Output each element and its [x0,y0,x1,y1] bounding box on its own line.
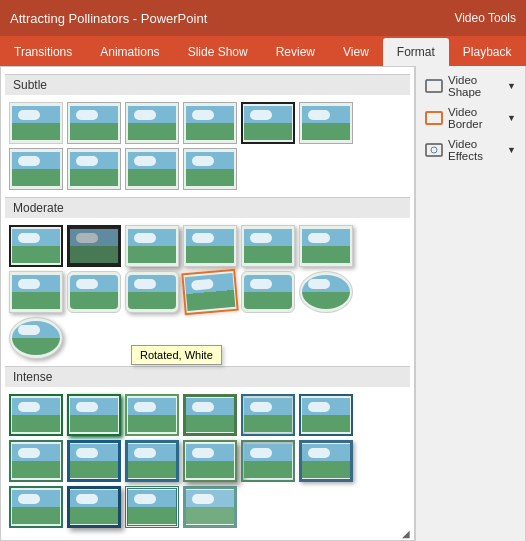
style-item[interactable] [9,394,63,436]
video-shape-dropdown[interactable]: ▼ [507,81,516,91]
tools-panel: Video Shape ▼ Video Border ▼ Video Effec… [415,66,526,541]
style-item[interactable] [241,271,295,313]
video-shape-icon [425,77,443,95]
style-item-selected[interactable] [241,102,295,144]
video-border-label: Video Border [448,106,502,130]
style-item[interactable] [125,102,179,144]
window-title: Attracting Pollinators - PowerPoint [10,11,454,26]
style-item[interactable] [9,225,63,267]
tab-review[interactable]: Review [262,38,329,66]
style-item[interactable] [9,148,63,190]
video-border-button[interactable]: Video Border ▼ [422,102,519,134]
style-item[interactable] [9,271,63,313]
section-subtle: Subtle [5,74,410,95]
video-effects-dropdown[interactable]: ▼ [507,145,516,155]
style-item[interactable] [125,225,179,267]
style-item[interactable] [67,440,121,482]
svg-rect-1 [426,112,442,124]
style-item[interactable] [241,225,295,267]
ribbon-tabs: Transitions Animations Slide Show Review… [0,36,526,66]
style-item[interactable] [9,486,63,528]
video-shape-label: Video Shape [448,74,502,98]
style-item[interactable] [299,271,353,313]
style-item[interactable] [299,440,353,482]
style-item[interactable] [9,102,63,144]
style-item[interactable] [299,225,353,267]
style-item[interactable] [183,394,237,436]
style-item[interactable] [241,440,295,482]
style-item[interactable] [183,102,237,144]
tab-animations[interactable]: Animations [86,38,173,66]
style-item-hovered[interactable] [181,269,238,316]
tab-slideshow[interactable]: Slide Show [174,38,262,66]
tab-format[interactable]: Format [383,38,449,66]
svg-rect-2 [426,144,442,156]
style-item[interactable] [183,440,237,482]
subtle-grid [5,98,410,194]
contextual-tab-label: Video Tools [454,11,516,25]
style-item[interactable] [125,148,179,190]
tab-view[interactable]: View [329,38,383,66]
intense-grid [5,390,410,532]
video-border-dropdown[interactable]: ▼ [507,113,516,123]
section-intense: Intense [5,366,410,387]
style-item[interactable] [183,486,237,528]
tab-transitions[interactable]: Transitions [0,38,86,66]
tab-playback[interactable]: Playback [449,38,526,66]
video-effects-button[interactable]: Video Effects ▼ [422,134,519,166]
style-item[interactable] [299,102,353,144]
video-effects-icon [425,141,443,159]
style-item[interactable] [67,225,121,267]
style-item[interactable] [67,102,121,144]
style-item[interactable] [67,148,121,190]
style-item[interactable] [241,394,295,436]
video-effects-label: Video Effects [448,138,502,162]
section-moderate: Moderate [5,197,410,218]
svg-rect-0 [426,80,442,92]
style-item[interactable] [9,440,63,482]
style-item[interactable] [125,440,179,482]
style-item[interactable] [9,317,63,359]
style-item[interactable] [67,486,121,528]
style-item[interactable] [67,394,121,436]
style-item[interactable] [183,225,237,267]
style-item[interactable] [183,148,237,190]
moderate-grid [5,221,410,363]
svg-point-3 [431,147,437,153]
style-gallery-panel: Subtle Moderate [0,66,415,541]
style-item[interactable] [299,394,353,436]
video-border-icon [425,109,443,127]
style-item[interactable] [125,394,179,436]
main-content: Subtle Moderate [0,66,526,541]
title-bar: Attracting Pollinators - PowerPoint Vide… [0,0,526,36]
style-item[interactable] [125,271,179,313]
style-item[interactable] [125,486,179,528]
resize-handle[interactable]: ◢ [402,528,412,538]
style-item[interactable] [67,271,121,313]
video-shape-button[interactable]: Video Shape ▼ [422,70,519,102]
